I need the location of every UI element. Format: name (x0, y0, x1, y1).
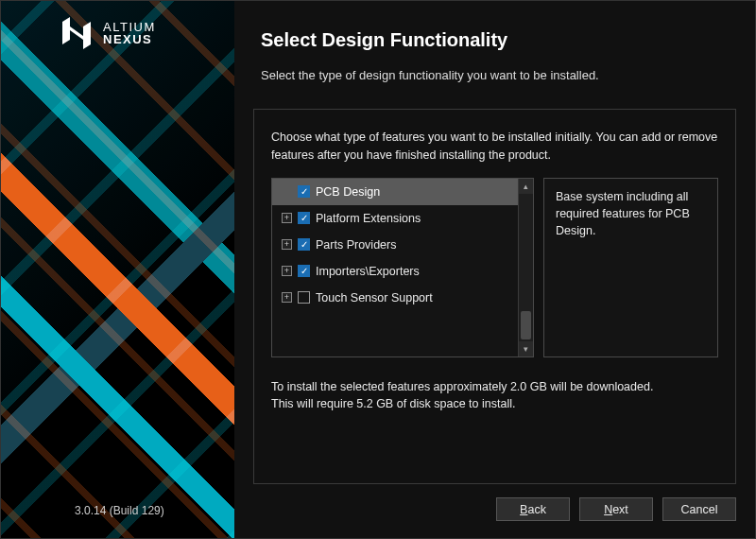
cancel-button[interactable]: Cancel (662, 497, 736, 521)
scroll-up-button[interactable]: ▴ (519, 179, 533, 194)
feature-tree-scrollbar[interactable]: ▴ ▾ (518, 179, 533, 356)
instructions-text: Choose what type of features you want to… (271, 129, 718, 165)
installer-window: ALTIUM NEXUS 3.0.14 (Build 129) Select D… (0, 0, 756, 539)
page-title: Select Design Functionality (261, 29, 729, 51)
feature-item-importers-exporters[interactable]: +Importers\Exporters (272, 258, 518, 285)
header: Select Design Functionality Select the t… (234, 1, 755, 101)
feature-tree[interactable]: +PCB Design+Platform Extensions+Parts Pr… (271, 178, 534, 357)
nexus-logo-icon (58, 14, 95, 52)
feature-label: Touch Sensor Support (316, 291, 433, 304)
expand-icon[interactable]: + (282, 239, 292, 250)
scroll-track[interactable] (519, 194, 533, 341)
disk-space-text: This will require 5.2 GB of disk space t… (271, 395, 718, 413)
feature-checkbox[interactable] (298, 212, 310, 224)
disk-download-text: To install the selected features approxi… (271, 378, 718, 396)
disk-info: To install the selected features approxi… (271, 378, 718, 414)
feature-checkbox[interactable] (298, 238, 310, 251)
scroll-down-button[interactable]: ▾ (519, 341, 533, 356)
feature-checkbox[interactable] (298, 291, 310, 304)
feature-row: +PCB Design+Platform Extensions+Parts Pr… (271, 178, 718, 357)
brand-line2: NEXUS (103, 33, 156, 45)
scroll-thumb[interactable] (521, 311, 531, 339)
footer: Back Next Cancel (234, 484, 755, 538)
feature-label: Platform Extensions (316, 212, 421, 225)
feature-label: Importers\Exporters (316, 265, 420, 278)
expand-icon[interactable]: + (282, 266, 292, 276)
feature-item-platform-extensions[interactable]: +Platform Extensions (272, 205, 518, 232)
feature-label: PCB Design (316, 185, 380, 199)
back-button[interactable]: Back (496, 497, 570, 521)
expand-icon[interactable]: + (282, 292, 292, 303)
version-label: 3.0.14 (Build 129) (75, 504, 164, 517)
brand: ALTIUM NEXUS (58, 14, 156, 52)
left-panel: ALTIUM NEXUS 3.0.14 (Build 129) (1, 1, 234, 538)
page-subtitle: Select the type of design functionality … (261, 68, 729, 82)
feature-label: Parts Providers (316, 238, 396, 252)
feature-checkbox[interactable] (298, 185, 310, 198)
right-panel: Select Design Functionality Select the t… (234, 1, 755, 538)
next-button[interactable]: Next (579, 497, 653, 521)
body: Choose what type of features you want to… (253, 109, 736, 484)
feature-checkbox[interactable] (298, 265, 310, 277)
feature-item-touch-sensor-support[interactable]: +Touch Sensor Support (272, 285, 518, 311)
feature-item-parts-providers[interactable]: +Parts Providers (272, 232, 518, 258)
feature-item-pcb-design[interactable]: +PCB Design (272, 179, 518, 205)
expand-icon[interactable]: + (282, 213, 292, 223)
brand-text: ALTIUM NEXUS (103, 21, 156, 45)
decorative-background (1, 1, 234, 538)
feature-description: Base system including all required featu… (543, 178, 718, 357)
